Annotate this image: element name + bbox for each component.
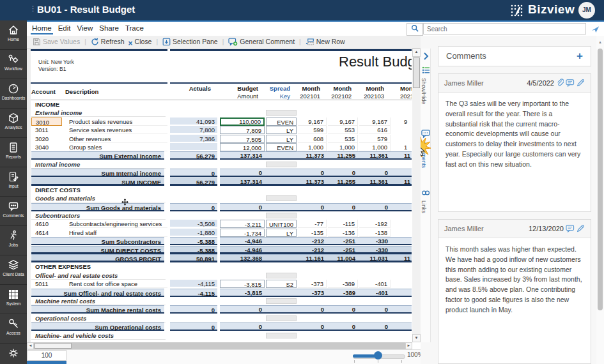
cell-month-202101[interactable]: 608 bbox=[298, 135, 327, 143]
cell-budget-amount[interactable]: 110,000 bbox=[220, 118, 265, 126]
cell-spread-key[interactable]: LY bbox=[266, 126, 297, 134]
sidebar-item-system[interactable]: System bbox=[0, 285, 27, 314]
sidebar-item-settings[interactable] bbox=[0, 344, 27, 364]
sheet-vertical-scrollbar[interactable]: ▲ ▼ bbox=[412, 49, 421, 342]
sidebar-item-workflow[interactable]: Workflow bbox=[0, 50, 27, 79]
cell-account[interactable]: 3010 bbox=[31, 118, 62, 126]
cell-account[interactable]: 3020 bbox=[31, 135, 62, 143]
edit-icon[interactable] bbox=[575, 225, 585, 232]
sidebar-item-access[interactable]: Access bbox=[0, 314, 27, 344]
cell-month-202103[interactable]: 9,167 bbox=[359, 118, 391, 126]
cell-month-202101[interactable]: 9,167 bbox=[298, 118, 327, 126]
cell-account[interactable]: 3011 bbox=[31, 126, 62, 134]
scroll-up-arrow[interactable]: ▲ bbox=[412, 49, 421, 57]
add-comment-button[interactable]: + bbox=[577, 47, 583, 66]
cell-account[interactable]: 5011 bbox=[31, 280, 62, 288]
sidebar-item-jobs[interactable]: Jobs bbox=[0, 226, 27, 255]
sidebar-item-reports[interactable]: Reports bbox=[0, 138, 27, 167]
scroll-left-arrow[interactable]: ◄ bbox=[27, 342, 34, 349]
menu-item-edit[interactable]: Edit bbox=[57, 22, 72, 33]
toolbar-button-selection-pane[interactable]: Selection Pane bbox=[162, 36, 218, 48]
scroll-down-arrow[interactable]: ▼ bbox=[412, 334, 421, 342]
cell-month-202103[interactable]: -192 bbox=[359, 220, 391, 228]
sidebar-item-client-data[interactable]: Client Data bbox=[0, 255, 27, 285]
collapse-chevron-icon[interactable] bbox=[421, 51, 431, 63]
cell-month-202102[interactable]: 535 bbox=[328, 135, 358, 143]
cell-month-202103[interactable]: 1,000 bbox=[359, 143, 391, 151]
cell-account[interactable]: 3040 bbox=[31, 143, 62, 151]
cell-month-202102[interactable]: 1,000 bbox=[328, 143, 358, 151]
menu-item-trace[interactable]: Trace bbox=[124, 22, 145, 33]
toolbar-button-close[interactable]: ×Close bbox=[128, 36, 152, 50]
sidebar-item-input[interactable]: Input bbox=[0, 167, 27, 197]
cell-spread-key[interactable]: EVEN bbox=[266, 143, 297, 151]
toolbar-button-new-row[interactable]: New Row bbox=[306, 36, 345, 48]
cell-month-202103[interactable]: 579 bbox=[359, 135, 391, 143]
scroll-up-arrow[interactable]: ▲ bbox=[597, 40, 603, 46]
cell-month-202102[interactable]: -389 bbox=[328, 280, 358, 288]
comment-icon[interactable] bbox=[564, 79, 575, 87]
cell-month-202102[interactable]: 9,167 bbox=[328, 118, 358, 126]
cell-month-202103[interactable]: 616 bbox=[359, 126, 391, 134]
cell-budget-amount[interactable]: -3,815 bbox=[220, 280, 265, 288]
zoom-slider-thumb[interactable] bbox=[374, 351, 382, 360]
sidebar-item-label: Input bbox=[0, 184, 27, 188]
selection-pane-icon bbox=[162, 38, 173, 45]
sheet-row: SUM INCOME56,279137,31411,37311,25511,36… bbox=[31, 178, 412, 186]
toolbar-button-refresh[interactable]: Refresh bbox=[91, 36, 125, 48]
rail-item-show-hide[interactable]: Show/Hide bbox=[421, 65, 431, 104]
sidebar-item-home[interactable]: Home bbox=[0, 20, 27, 50]
menu-item-view[interactable]: View bbox=[76, 22, 95, 33]
cell-month-202101[interactable]: 1,000 bbox=[298, 143, 327, 151]
cell-month-202104[interactable]: 9 bbox=[404, 118, 412, 126]
scroll-thumb[interactable] bbox=[35, 343, 72, 349]
cell-spread-key[interactable]: LY bbox=[266, 135, 297, 143]
cell-month-202101[interactable]: -373 bbox=[298, 280, 327, 288]
attachment-icon[interactable] bbox=[554, 79, 564, 87]
cell-month-202102[interactable]: -136 bbox=[328, 229, 358, 237]
cell-spread-key[interactable]: LY bbox=[266, 229, 297, 237]
cell-month-202101[interactable]: -77 bbox=[298, 220, 327, 228]
cell-budget-amount[interactable]: 7,505 bbox=[220, 135, 265, 143]
edit-icon[interactable] bbox=[575, 79, 585, 87]
cell-month-202104[interactable]: 1 bbox=[404, 143, 412, 151]
cell-month-202103[interactable]: -138 bbox=[359, 229, 391, 237]
cell-month-202101[interactable]: 599 bbox=[298, 126, 327, 134]
rail-item-links[interactable]: Links bbox=[421, 188, 431, 213]
cell-budget-amount[interactable]: -3,211 bbox=[220, 220, 265, 228]
sidebar-item-dashboards[interactable]: Dashboards bbox=[0, 79, 27, 109]
col-header-spread-key: Spread bbox=[262, 85, 290, 92]
menu-item-home[interactable]: Home bbox=[31, 22, 53, 34]
system-icon bbox=[0, 289, 27, 300]
cell-month-202101[interactable]: -135 bbox=[298, 229, 327, 237]
cell-budget-amount[interactable]: 7,809 bbox=[220, 126, 265, 134]
search-input[interactable] bbox=[423, 23, 586, 34]
cell-month-202102[interactable]: -115 bbox=[328, 220, 358, 228]
send-icon[interactable] bbox=[591, 24, 600, 36]
menu-item-share[interactable]: Share bbox=[98, 22, 120, 33]
cell-month-202103[interactable]: -401 bbox=[359, 280, 391, 288]
sum-band: 0000 bbox=[220, 203, 412, 211]
sidebar-item-comments[interactable]: Comments bbox=[0, 197, 27, 226]
cell-spread-key[interactable]: UNIT100 bbox=[266, 220, 297, 228]
cell-budget-amount[interactable]: -1,734 bbox=[220, 229, 265, 237]
cell-account[interactable]: 4610 bbox=[31, 220, 62, 228]
toolbar-button-save-values[interactable]: Save Values bbox=[33, 36, 80, 48]
cell-spread-key[interactable]: S2 bbox=[266, 280, 297, 288]
comments-scrollbar[interactable]: ▲ bbox=[596, 36, 604, 364]
cell-budget-amount[interactable]: 12,000 bbox=[220, 143, 265, 151]
scroll-right-arrow[interactable]: ► bbox=[405, 342, 412, 349]
scroll-thumb[interactable] bbox=[598, 49, 603, 310]
search-button[interactable] bbox=[407, 23, 423, 36]
sheet-horizontal-scrollbar[interactable]: ◄ ► bbox=[27, 342, 412, 349]
sidebar-item-analytics[interactable]: Analytics bbox=[0, 109, 27, 138]
cell-month-202102[interactable]: 553 bbox=[328, 126, 358, 134]
avatar[interactable]: JM bbox=[578, 2, 595, 19]
comment-icon[interactable] bbox=[564, 225, 575, 232]
sheet-row: INCOME bbox=[31, 100, 412, 109]
page-value-box[interactable]: 100 bbox=[27, 350, 66, 361]
cell-spread-key[interactable]: EVEN bbox=[266, 118, 297, 126]
cell-account[interactable]: 4614 bbox=[31, 229, 62, 237]
scroll-thumb[interactable] bbox=[413, 57, 420, 88]
toolbar-button-general-comment[interactable]: General Comment bbox=[228, 36, 295, 48]
